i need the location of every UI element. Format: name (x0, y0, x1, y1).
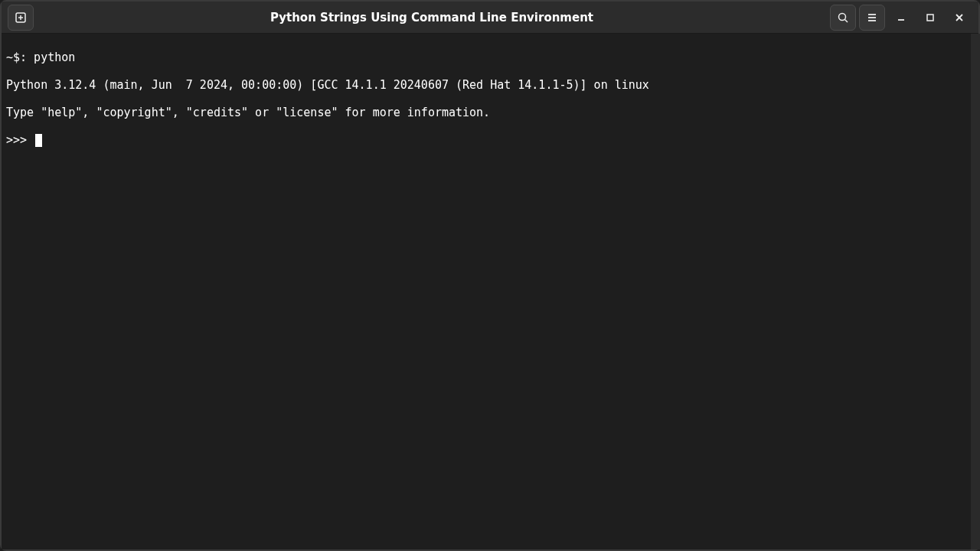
maximize-icon (925, 12, 936, 23)
close-button[interactable] (946, 5, 972, 31)
svg-rect-9 (927, 15, 933, 21)
menu-button[interactable] (859, 5, 885, 31)
new-tab-button[interactable] (8, 5, 34, 31)
close-icon (954, 12, 965, 23)
search-button[interactable] (830, 5, 856, 31)
maximize-button[interactable] (917, 5, 943, 31)
svg-line-4 (845, 19, 848, 22)
minimize-button[interactable] (888, 5, 914, 31)
search-icon (837, 11, 849, 24)
new-tab-icon (15, 11, 27, 24)
svg-point-3 (839, 13, 846, 20)
cursor (35, 134, 42, 147)
scrollbar[interactable] (971, 34, 980, 549)
titlebar-right (830, 5, 972, 31)
hamburger-icon (866, 11, 878, 24)
repl-prompt-line: >>> (6, 133, 974, 147)
minimize-icon (896, 12, 906, 23)
terminal-body[interactable]: ~$: python Python 3.12.4 (main, Jun 7 20… (2, 34, 978, 549)
titlebar: Python Strings Using Command Line Enviro… (2, 2, 978, 34)
shell-prompt-line: ~$: python (6, 51, 974, 64)
terminal-window: Python Strings Using Command Line Enviro… (0, 0, 980, 551)
titlebar-left (8, 5, 34, 31)
window-title: Python Strings Using Command Line Enviro… (34, 11, 830, 24)
python-help-line: Type "help", "copyright", "credits" or "… (6, 106, 974, 119)
python-version-line: Python 3.12.4 (main, Jun 7 2024, 00:00:0… (6, 78, 974, 92)
repl-prompt: >>> (6, 133, 34, 147)
